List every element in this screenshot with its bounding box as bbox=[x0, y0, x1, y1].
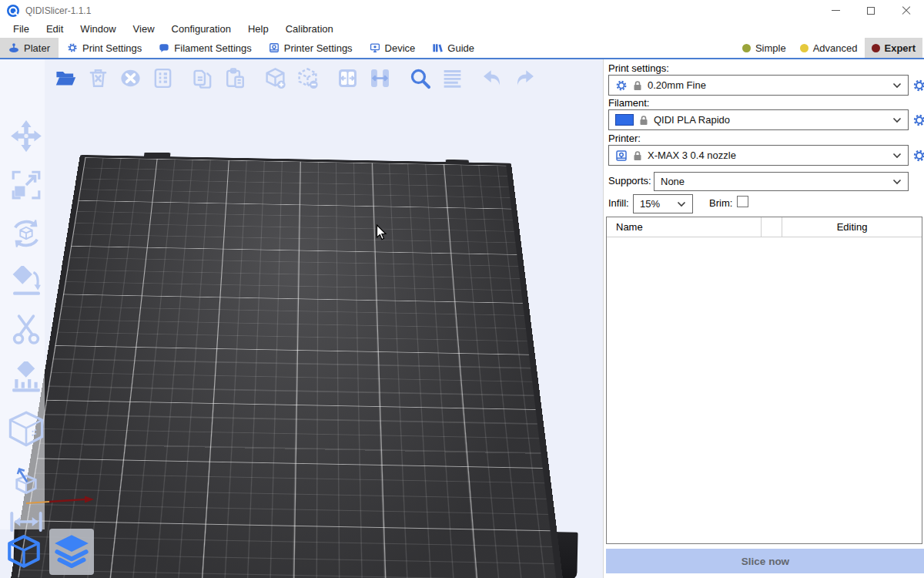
menu-configuration[interactable]: Configuration bbox=[163, 21, 239, 38]
mode-label: Advanced bbox=[813, 42, 858, 54]
emboss-text-tool-button[interactable] bbox=[6, 409, 46, 449]
infill-label: Infill: bbox=[608, 197, 629, 209]
delete-button[interactable] bbox=[86, 65, 109, 91]
copy-button[interactable] bbox=[191, 65, 214, 91]
redo-button[interactable] bbox=[513, 65, 536, 91]
filament-combobox[interactable]: QIDI PLA Rapido bbox=[608, 109, 909, 130]
split-to-objects-button[interactable] bbox=[336, 65, 359, 91]
scale-icon bbox=[10, 169, 42, 201]
menu-edit[interactable]: Edit bbox=[38, 21, 72, 38]
close-button[interactable] bbox=[889, 0, 924, 21]
tab-device[interactable]: Device bbox=[361, 38, 424, 58]
filament-label: Filament: bbox=[608, 97, 649, 109]
paint-supports-icon bbox=[10, 361, 42, 394]
remove-instance-button[interactable] bbox=[296, 65, 319, 91]
bed-clip bbox=[144, 153, 171, 160]
mode-expert[interactable]: Expert bbox=[865, 38, 922, 58]
3d-viewport[interactable] bbox=[0, 59, 603, 578]
printer-combobox[interactable]: X-MAX 3 0.4 nozzle bbox=[608, 145, 909, 166]
undo-button[interactable] bbox=[480, 65, 504, 91]
tab-filament-settings[interactable]: Filament Settings bbox=[150, 38, 259, 58]
menu-calibration[interactable]: Calibration bbox=[277, 21, 342, 38]
printer-value: X-MAX 3 0.4 nozzle bbox=[648, 150, 736, 161]
preview-view-button[interactable] bbox=[49, 529, 94, 575]
filament-value: QIDI PLA Rapido bbox=[654, 114, 730, 126]
open-folder-icon bbox=[55, 67, 77, 89]
minimize-button[interactable] bbox=[818, 0, 853, 21]
print-bed[interactable] bbox=[70, 155, 511, 578]
mouse-cursor bbox=[376, 224, 388, 241]
column-name: Name bbox=[607, 221, 761, 233]
menubar: File Edit Window View Configuration Help… bbox=[0, 21, 924, 38]
delete-all-button[interactable] bbox=[119, 65, 142, 91]
arrange-button[interactable] bbox=[151, 65, 174, 91]
plater-toolbar bbox=[54, 65, 545, 91]
supports-combobox[interactable]: None bbox=[654, 172, 909, 191]
supports-label: Supports: bbox=[608, 175, 651, 187]
simple-dot-icon bbox=[742, 44, 751, 52]
tab-label: Filament Settings bbox=[174, 42, 251, 54]
move-tool-button[interactable] bbox=[9, 119, 43, 153]
add-instance-button[interactable] bbox=[263, 65, 286, 91]
edit-print-settings-gear-icon[interactable] bbox=[912, 79, 924, 92]
tabbar: Plater Print Settings Filament Settings bbox=[0, 38, 924, 59]
brim-label: Brim: bbox=[709, 197, 732, 209]
view-mode-toggles bbox=[2, 529, 94, 575]
maximize-icon bbox=[867, 7, 875, 15]
chevron-down-icon bbox=[892, 117, 902, 123]
add-instance-icon bbox=[264, 67, 286, 89]
tab-plater[interactable]: Plater bbox=[0, 38, 59, 58]
printer-icon bbox=[269, 42, 280, 53]
advanced-dot-icon bbox=[800, 44, 808, 52]
maximize-button[interactable] bbox=[853, 0, 889, 21]
printer-label: Printer: bbox=[608, 133, 641, 144]
open-button[interactable] bbox=[54, 65, 77, 91]
place-on-face-tool-button[interactable] bbox=[10, 266, 42, 298]
mode-simple[interactable]: Simple bbox=[735, 38, 793, 58]
tab-printer-settings[interactable]: Printer Settings bbox=[260, 38, 361, 58]
close-icon bbox=[902, 6, 911, 15]
variable-layer-height-button[interactable] bbox=[440, 65, 464, 91]
chevron-down-icon bbox=[677, 201, 686, 207]
paste-button[interactable] bbox=[223, 65, 246, 91]
edit-filament-gear-icon[interactable] bbox=[912, 113, 924, 127]
tab-guide[interactable]: Guide bbox=[424, 38, 483, 58]
redo-arrow-icon bbox=[514, 67, 536, 89]
brim-checkbox[interactable] bbox=[737, 196, 748, 207]
paste-icon bbox=[224, 67, 246, 89]
qidislicer-window: QIDISlicer-1.1.1 File Edit Window View C… bbox=[0, 0, 924, 578]
slice-now-button[interactable]: Slice now bbox=[606, 549, 924, 573]
3d-editor-view-button[interactable] bbox=[2, 529, 46, 575]
gear-icon bbox=[67, 42, 78, 53]
column-editing: Editing bbox=[782, 221, 922, 233]
tab-label: Printer Settings bbox=[284, 42, 353, 54]
scale-tool-button[interactable] bbox=[10, 169, 42, 201]
lock-icon bbox=[633, 80, 642, 91]
search-icon bbox=[409, 67, 431, 89]
column-mini bbox=[761, 217, 782, 237]
menu-help[interactable]: Help bbox=[239, 21, 277, 38]
object-list[interactable]: Name Editing bbox=[606, 217, 922, 544]
menu-window[interactable]: Window bbox=[72, 21, 124, 38]
print-settings-label: Print settings: bbox=[608, 62, 669, 74]
print-bed-grid bbox=[10, 155, 565, 578]
lock-icon bbox=[633, 150, 642, 161]
trash-delete-icon bbox=[87, 67, 109, 89]
rotate-tool-button[interactable] bbox=[9, 217, 43, 250]
edit-printer-gear-icon[interactable] bbox=[912, 149, 924, 163]
split-to-parts-button[interactable] bbox=[368, 65, 391, 91]
print-settings-combobox[interactable]: 0.20mm Fine bbox=[608, 75, 909, 96]
remove-instance-icon bbox=[296, 67, 319, 89]
mode-label: Expert bbox=[885, 42, 916, 54]
mode-advanced[interactable]: Advanced bbox=[793, 38, 865, 58]
infill-combobox[interactable]: 15% bbox=[633, 194, 693, 213]
menu-view[interactable]: View bbox=[125, 21, 163, 38]
search-button[interactable] bbox=[408, 65, 431, 91]
cut-tool-button[interactable] bbox=[10, 314, 42, 346]
paint-supports-tool-button[interactable] bbox=[10, 361, 42, 394]
menu-file[interactable]: File bbox=[5, 21, 38, 38]
tab-print-settings[interactable]: Print Settings bbox=[59, 38, 150, 58]
svg-shape-tool-button[interactable] bbox=[11, 465, 42, 496]
scissors-cut-icon bbox=[10, 314, 42, 346]
tab-label: Guide bbox=[447, 42, 474, 54]
